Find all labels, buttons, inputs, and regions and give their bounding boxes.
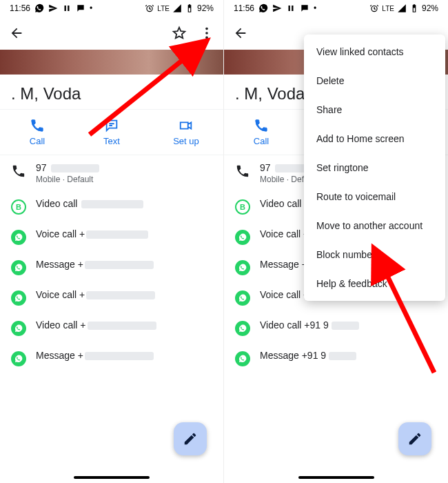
battery-icon [185, 3, 194, 13]
net-label: LTE [382, 5, 394, 12]
send-status-icon [272, 3, 282, 13]
wa-row[interactable]: Message + [0, 343, 223, 373]
wa-row[interactable]: Video call + [0, 313, 223, 343]
menu-add-home[interactable]: Add to Home screen [304, 124, 445, 153]
menu-block-numbers[interactable]: Block numbers [304, 240, 445, 269]
pause-status-icon [286, 3, 296, 13]
wa-row[interactable]: B Video call [0, 191, 223, 221]
phone-number-row[interactable]: 97 Mobile · Default [0, 155, 223, 191]
wa-row[interactable]: Message + [0, 252, 223, 282]
phone-icon [235, 164, 250, 179]
phone-right: 11:56 • LTE 92% . M, Voda [224, 0, 448, 483]
menu-set-ringtone[interactable]: Set ringtone [304, 153, 445, 182]
pause-status-icon [62, 3, 72, 13]
nav-bar-handle[interactable] [298, 476, 374, 479]
phone-number: 97 [36, 162, 47, 173]
signal-icon [172, 3, 182, 13]
bubble-status-icon [300, 3, 309, 13]
whatsapp-icon [11, 260, 26, 275]
edit-fab[interactable] [398, 422, 431, 455]
statusbar: 11:56 • LTE 92% [224, 0, 448, 17]
bubble-status-icon [76, 3, 85, 13]
statusbar: 11:56 • LTE 92% [0, 0, 223, 17]
menu-help-feedback[interactable]: Help & feedback [304, 269, 445, 298]
whatsapp-icon [235, 321, 250, 336]
menu-view-linked[interactable]: View linked contacts [304, 37, 445, 66]
whatsapp-icon [11, 290, 26, 306]
whatsapp-icon [235, 290, 250, 306]
edit-fab[interactable] [174, 422, 207, 455]
wa-row[interactable]: Video call +91 9 [224, 313, 448, 343]
menu-delete[interactable]: Delete [304, 66, 445, 95]
status-time: 11:56 [10, 3, 30, 13]
setup-action[interactable]: Set up [149, 114, 223, 150]
contact-photo[interactable] [0, 50, 223, 75]
wa-row[interactable]: Message +91 9 [224, 343, 448, 373]
whatsapp-icon [11, 351, 26, 366]
appbar [0, 17, 223, 50]
call-label: Call [30, 136, 45, 146]
whatsapp-icon [235, 230, 250, 245]
whatsapp-status-icon [34, 3, 44, 13]
menu-route-voicemail[interactable]: Route to voicemail [304, 182, 445, 211]
send-status-icon [48, 3, 58, 13]
battery-icon [409, 3, 419, 13]
setup-label: Set up [173, 136, 199, 146]
status-dot: • [90, 3, 92, 13]
phone-left: 11:56 • LTE 92% . M, Voda [0, 0, 224, 483]
wa-row[interactable]: Voice call + [0, 221, 223, 252]
call-label: Call [254, 136, 269, 146]
status-time: 11:56 [234, 3, 254, 13]
signal-icon [397, 3, 407, 13]
whatsapp-icon [235, 351, 250, 366]
whatsapp-business-icon: B [11, 199, 26, 215]
whatsapp-icon [11, 321, 26, 336]
alarm-icon [369, 3, 379, 13]
menu-share[interactable]: Share [304, 95, 445, 124]
whatsapp-icon [11, 230, 26, 245]
alarm-icon [145, 3, 154, 13]
message-icon[interactable] [197, 162, 212, 177]
net-label: LTE [157, 5, 170, 12]
call-action[interactable]: Call [0, 114, 74, 150]
favorite-button[interactable] [170, 23, 189, 43]
overflow-menu-button[interactable] [197, 23, 216, 43]
call-action[interactable]: Call [224, 114, 298, 150]
phone-number: 97 [260, 162, 271, 173]
nav-bar-handle[interactable] [74, 476, 150, 479]
status-dot: • [314, 3, 316, 13]
back-button[interactable] [7, 23, 26, 43]
text-label: Text [103, 136, 120, 146]
phone-icon [11, 164, 26, 179]
whatsapp-business-icon: B [235, 199, 250, 215]
overflow-menu: View linked contacts Delete Share Add to… [304, 34, 445, 301]
contact-name: . M, Voda [0, 75, 223, 109]
whatsapp-status-icon [258, 3, 268, 13]
battery-label: 92% [197, 3, 214, 13]
menu-move-account[interactable]: Move to another account [304, 211, 445, 240]
battery-label: 92% [422, 3, 438, 13]
action-row: Call Text Set up [0, 109, 223, 155]
phone-subtitle: Mobile · Default [36, 175, 187, 184]
text-action[interactable]: Text [74, 114, 149, 150]
back-button[interactable] [231, 23, 250, 43]
wa-row[interactable]: Voice call + [0, 282, 223, 313]
whatsapp-icon [235, 260, 250, 275]
